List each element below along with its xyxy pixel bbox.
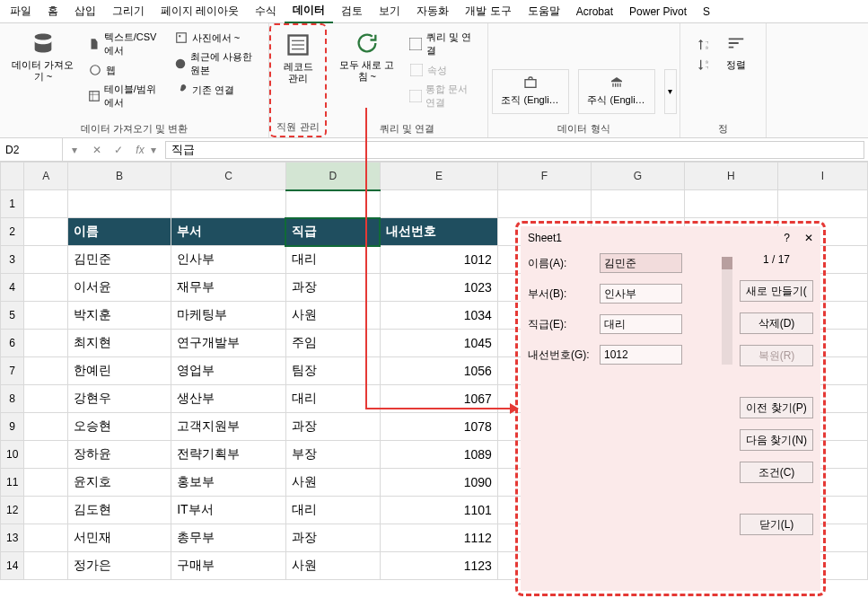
sort-asc[interactable]: ㄱㅎ (693, 36, 715, 54)
cell[interactable] (24, 274, 68, 302)
dialog-button-6[interactable]: 조건(C) (740, 462, 813, 483)
cell[interactable]: 강현우 (68, 385, 171, 413)
cell[interactable] (497, 190, 591, 218)
recent-sources[interactable]: 최근에 사용한 원본 (171, 48, 263, 79)
cell[interactable]: 내선번호 (380, 218, 497, 246)
menu-자동화[interactable]: 자동화 (408, 0, 457, 22)
select-all-corner[interactable] (1, 163, 24, 190)
col-header-B[interactable]: B (68, 163, 171, 190)
row-header[interactable]: 11 (1, 469, 24, 497)
datatype-expand[interactable]: ▾ (664, 69, 677, 114)
fx-icon[interactable]: fx (129, 144, 151, 156)
cell[interactable] (24, 218, 68, 246)
scrollbar-thumb[interactable] (722, 257, 732, 269)
col-header-A[interactable]: A (24, 163, 68, 190)
menu-개발 도구[interactable]: 개발 도구 (457, 0, 519, 22)
cell[interactable]: 연구개발부 (171, 330, 286, 357)
menu-보기[interactable]: 보기 (371, 0, 408, 22)
sort-button[interactable]: 정렬 (718, 27, 754, 137)
row-header[interactable]: 10 (1, 441, 24, 469)
cell[interactable] (171, 190, 286, 218)
cell[interactable] (24, 524, 68, 552)
cell[interactable]: 구매부 (171, 552, 286, 580)
field-input-2[interactable] (600, 314, 682, 334)
cell[interactable] (68, 190, 171, 218)
dialog-button-2[interactable]: 복원(R) (740, 345, 813, 366)
name-box-dropdown[interactable]: ▾ (63, 144, 86, 156)
datatype-stock[interactable]: 주식 (Engli… (578, 69, 655, 114)
cell[interactable]: 서민재 (68, 524, 171, 552)
queries-connections[interactable]: 쿼리 및 연결 (406, 29, 482, 59)
from-picture[interactable]: 사진에서 ~ (171, 29, 263, 47)
get-data-button[interactable]: 데이터 가져오기 ~ (5, 27, 81, 137)
cell[interactable]: 1045 (380, 330, 497, 357)
menu-수식[interactable]: 수식 (247, 0, 285, 22)
cell[interactable] (24, 330, 68, 357)
cell[interactable]: 오승현 (68, 413, 171, 441)
cell[interactable]: 영업부 (171, 357, 286, 385)
cell[interactable] (24, 441, 68, 469)
cell[interactable]: 1112 (380, 524, 497, 552)
cell[interactable]: 1034 (380, 302, 497, 330)
menu-그리기[interactable]: 그리기 (104, 0, 153, 22)
cell[interactable] (24, 190, 68, 218)
cell[interactable]: 부장 (285, 441, 380, 469)
cell[interactable]: 이서윤 (68, 274, 171, 302)
dialog-button-4[interactable]: 이전 찾기(P) (740, 397, 813, 418)
menu-파일[interactable]: 파일 (2, 0, 39, 22)
cell[interactable]: 1023 (380, 274, 497, 302)
row-header[interactable]: 7 (1, 357, 24, 385)
cell[interactable]: 정가은 (68, 552, 171, 580)
workbook-links[interactable]: 통합 문서 연결 (406, 81, 482, 111)
cell[interactable]: IT부서 (171, 497, 286, 524)
col-header-H[interactable]: H (684, 163, 777, 190)
col-header-G[interactable]: G (591, 163, 684, 190)
row-header[interactable]: 8 (1, 385, 24, 413)
formula-input[interactable] (165, 141, 864, 159)
cancel-formula-icon[interactable]: ✕ (86, 144, 108, 156)
existing-connections[interactable]: 기존 연결 (171, 81, 263, 99)
cell[interactable] (24, 497, 68, 524)
cell[interactable]: 마케팅부 (171, 302, 286, 330)
menu-데이터[interactable]: 데이터 (285, 0, 333, 23)
dialog-button-5[interactable]: 다음 찾기(N) (740, 429, 813, 451)
row-header[interactable]: 2 (1, 218, 24, 246)
cell[interactable]: 홍보부 (171, 469, 286, 497)
cell[interactable]: 1123 (380, 552, 497, 580)
dialog-button-1[interactable]: 삭제(D) (740, 312, 813, 334)
cell[interactable]: 1090 (380, 469, 497, 497)
col-header-E[interactable]: E (380, 163, 497, 190)
cell[interactable]: 1056 (380, 357, 497, 385)
cell[interactable]: 총무부 (171, 524, 286, 552)
cell[interactable]: 사원 (285, 552, 380, 580)
row-header[interactable]: 9 (1, 413, 24, 441)
sort-desc[interactable]: ㅎㄱ (693, 56, 715, 74)
menu-페이지 레이아웃[interactable]: 페이지 레이아웃 (153, 0, 247, 22)
cell[interactable]: 사원 (285, 469, 380, 497)
field-input-0[interactable] (600, 253, 682, 273)
from-table[interactable]: 테이블/범위에서 (84, 81, 167, 111)
field-input-3[interactable] (600, 345, 682, 365)
dialog-scrollbar[interactable] (722, 257, 732, 365)
menu-도움말[interactable]: 도움말 (520, 0, 568, 22)
cell[interactable] (24, 246, 68, 274)
cell[interactable] (777, 190, 867, 218)
cell[interactable] (684, 190, 777, 218)
menu-s[interactable]: S (695, 2, 718, 22)
row-header[interactable]: 14 (1, 552, 24, 580)
cell[interactable] (24, 357, 68, 385)
cell[interactable]: 재무부 (171, 274, 286, 302)
from-text-csv[interactable]: 텍스트/CSV에서 (84, 29, 167, 59)
dialog-help-button[interactable]: ? (784, 232, 790, 244)
cell[interactable]: 박지훈 (68, 302, 171, 330)
cell[interactable]: 한예린 (68, 357, 171, 385)
cell[interactable] (591, 190, 684, 218)
cell[interactable]: 1078 (380, 413, 497, 441)
cell[interactable]: 과장 (285, 524, 380, 552)
datatype-org[interactable]: 조직 (Engli… (492, 69, 569, 114)
row-header[interactable]: 13 (1, 524, 24, 552)
field-input-1[interactable] (600, 284, 682, 304)
cell[interactable]: 대리 (285, 497, 380, 524)
dialog-button-8[interactable]: 닫기(L) (740, 514, 813, 535)
cell[interactable] (24, 469, 68, 497)
